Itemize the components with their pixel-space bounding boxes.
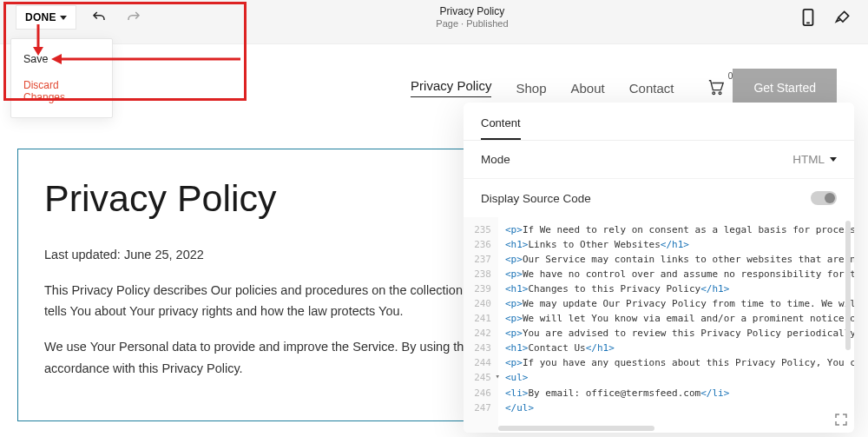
nav-about[interactable]: About (571, 81, 605, 96)
mode-value: HTML (792, 153, 825, 166)
chevron-down-icon (830, 157, 837, 162)
expand-icon (835, 414, 847, 426)
source-label: Display Source Code (481, 192, 591, 205)
cart-button[interactable]: 0 (707, 78, 726, 98)
topbar-left: DONE (16, 5, 146, 30)
page-paragraph: We use Your Personal data to provide and… (44, 336, 529, 379)
svg-point-7 (720, 91, 722, 94)
done-label: DONE (25, 11, 56, 23)
save-menu-item[interactable]: Save (11, 46, 112, 72)
horizontal-scrollbar[interactable] (498, 426, 654, 431)
get-started-button[interactable]: Get Started (733, 69, 837, 107)
mobile-preview-button[interactable] (799, 8, 818, 27)
site-nav: Privacy Policy Shop About Contact 0 (411, 78, 726, 98)
mode-row: Mode HTML (464, 141, 854, 178)
page-title: Privacy Policy (436, 5, 508, 18)
mode-select[interactable]: HTML (792, 153, 837, 166)
cart-icon (707, 78, 726, 96)
chevron-down-icon (60, 16, 67, 20)
vertical-scrollbar[interactable] (845, 221, 851, 350)
svg-point-6 (713, 91, 715, 94)
code-block-panel: Content Mode HTML Display Source Code 23… (464, 103, 854, 433)
expand-button[interactable] (833, 412, 849, 427)
site-header: eed Privacy Policy Shop About Contact 0 … (0, 44, 868, 107)
done-button[interactable]: DONE (16, 5, 76, 30)
code-content[interactable]: <p>If We need to rely on consent as a le… (498, 217, 854, 433)
panel-tabs: Content (464, 103, 854, 141)
editor-topbar: DONE Privacy Policy Page · Published (0, 0, 868, 35)
page-updated: Last updated: June 25, 2022 (44, 244, 529, 266)
tab-content[interactable]: Content (481, 116, 521, 140)
brush-icon (834, 9, 852, 26)
undo-icon (91, 10, 107, 25)
nav-contact[interactable]: Contact (629, 81, 674, 96)
redo-button[interactable] (122, 5, 146, 30)
mobile-icon (801, 9, 815, 26)
page-heading: Privacy Policy (44, 177, 529, 220)
line-gutter: 235236237238239240241242243244245▾246247 (464, 217, 498, 433)
source-toggle[interactable] (811, 191, 837, 205)
nav-privacy-policy[interactable]: Privacy Policy (411, 78, 491, 97)
page-meta: Privacy Policy Page · Published (436, 5, 508, 30)
undo-button[interactable] (87, 5, 111, 30)
discard-menu-item[interactable]: Discard Changes (11, 72, 112, 110)
page-status: Page · Published (436, 18, 508, 30)
nav-shop[interactable]: Shop (516, 81, 546, 96)
mode-label: Mode (481, 153, 510, 166)
source-row: Display Source Code (464, 178, 854, 217)
done-dropdown: Save Discard Changes (10, 38, 113, 118)
redo-icon (126, 10, 141, 25)
topbar-right (799, 8, 852, 27)
page-paragraph: This Privacy Policy describes Our polici… (44, 280, 529, 322)
fold-icon[interactable]: ▾ (496, 371, 500, 383)
design-button[interactable] (833, 8, 852, 27)
cart-count: 0 (728, 71, 733, 81)
code-editor[interactable]: 235236237238239240241242243244245▾246247… (464, 217, 854, 433)
